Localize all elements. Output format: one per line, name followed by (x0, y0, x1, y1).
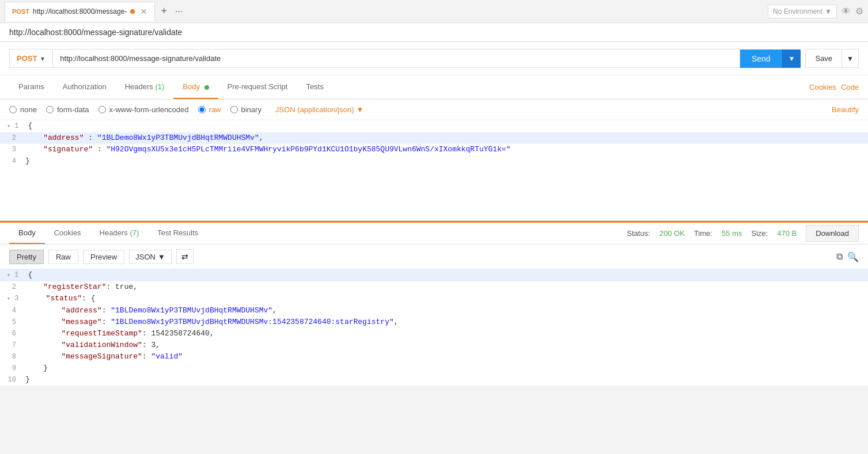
form-data-radio-group: form-data (46, 105, 89, 114)
status-label: Status: (627, 229, 650, 238)
tab-close-icon[interactable]: ✕ (141, 7, 147, 16)
environment-select[interactable]: No Environment ▼ (768, 5, 837, 18)
code-line: ▾ 3 "status": { (0, 293, 868, 305)
binary-radio[interactable] (230, 106, 238, 113)
tab-tests[interactable]: Tests (297, 75, 332, 99)
tab-pre-request[interactable]: Pre-request Script (218, 75, 297, 99)
search-button[interactable]: 🔍 (847, 251, 859, 262)
download-button[interactable]: Download (806, 225, 859, 242)
collapse-arrow-icon[interactable]: ▾ (7, 123, 10, 129)
more-tabs-button[interactable]: ··· (173, 4, 185, 19)
form-data-label[interactable]: form-data (57, 105, 89, 114)
resp-tab-headers[interactable]: Headers (7) (90, 223, 149, 244)
raw-radio-group: raw (198, 105, 221, 114)
wrap-button[interactable]: ⇄ (176, 249, 194, 264)
chevron-down-icon: ▼ (39, 55, 46, 62)
collapse-arrow-icon[interactable]: ▾ (7, 296, 10, 302)
form-data-radio[interactable] (46, 106, 54, 113)
chevron-down-icon: ▼ (825, 7, 832, 16)
tab-modified-dot (130, 9, 135, 14)
tab-right-links: Cookies Code (809, 83, 859, 91)
urlencoded-radio-group: x-www-form-urlencoded (98, 105, 189, 114)
active-tab[interactable]: POST http://localhost:8000/message- ✕ (5, 2, 155, 21)
send-dropdown-button[interactable]: ▼ (782, 49, 801, 68)
line-number: 4 (0, 305, 23, 316)
request-code-lines: ▾ 1{2 "address" : "1BLDemo8Wx1yP3TBMUvjd… (0, 120, 868, 167)
raw-radio[interactable] (198, 106, 206, 113)
add-tab-button[interactable]: + (158, 3, 169, 20)
resp-headers-count: (7) (130, 228, 139, 237)
line-number: 2 (0, 281, 23, 293)
top-bar: POST http://localhost:8000/message- ✕ + … (0, 0, 868, 23)
tab-authorization[interactable]: Authorization (54, 75, 116, 99)
tab-body[interactable]: Body (173, 75, 218, 99)
body-active-dot (204, 85, 209, 90)
size-label: Size: (751, 229, 768, 238)
time-value: 55 ms (722, 229, 742, 238)
line-content: "registerStar": true, (23, 281, 140, 293)
none-radio[interactable] (9, 106, 17, 113)
url-input[interactable] (52, 49, 740, 68)
headers-count: (1) (155, 82, 164, 91)
response-status: Status: 200 OK Time: 55 ms Size: 470 B D… (627, 225, 859, 242)
format-right-controls: ⧉ 🔍 (836, 251, 859, 262)
save-dropdown-button[interactable]: ▼ (842, 49, 859, 68)
code-line: 5 "message": "1BLDemo8Wx1yP3TBMUvjdBHqtR… (0, 316, 868, 328)
format-select[interactable]: JSON ▼ (129, 250, 172, 264)
line-number: ▾ 1 (0, 120, 25, 132)
code-line: 10} (0, 374, 868, 386)
urlencoded-label[interactable]: x-www-form-urlencoded (109, 105, 189, 114)
eye-icon[interactable]: 👁 (842, 6, 851, 17)
code-link[interactable]: Code (841, 83, 859, 91)
env-label: No Environment (773, 7, 822, 16)
pretty-button[interactable]: Pretty (9, 250, 44, 264)
copy-button[interactable]: ⧉ (836, 251, 843, 262)
send-button[interactable]: Send (740, 49, 782, 68)
line-number: 9 (0, 363, 23, 374)
line-content: "message": "1BLDemo8Wx1yP3TBMUvjdBHqtRMW… (23, 316, 401, 328)
resp-tab-cookies[interactable]: Cookies (45, 223, 90, 244)
preview-button[interactable]: Preview (83, 250, 124, 264)
code-line: 4} (0, 155, 868, 167)
resp-tab-body[interactable]: Body (9, 223, 45, 244)
line-content: "requestTimeStamp": 1542358724640, (23, 328, 217, 339)
json-type-select[interactable]: JSON (application/json) ▼ (275, 105, 363, 114)
method-select[interactable]: POST ▼ (9, 49, 52, 68)
body-options-bar: none form-data x-www-form-urlencoded raw… (0, 100, 868, 120)
line-content: "messageSignature": "valid" (23, 351, 185, 363)
response-code-lines: ▾ 1{2 "registerStar": true,▾ 3 "status":… (0, 269, 868, 386)
response-tab-bar: Body Cookies Headers (7) Test Results St… (0, 221, 868, 245)
time-label: Time: (694, 229, 712, 238)
line-number: ▾ 3 (0, 293, 25, 305)
beautify-button[interactable]: Beautify (832, 105, 859, 114)
tab-params[interactable]: Params (9, 75, 54, 99)
line-content: } (23, 374, 32, 386)
request-tab-bar: Params Authorization Headers (1) Body Pr… (0, 75, 868, 100)
resp-tab-test-results[interactable]: Test Results (148, 223, 207, 244)
collapse-arrow-icon[interactable]: ▾ (7, 272, 10, 278)
cookies-link[interactable]: Cookies (809, 83, 836, 91)
raw-label[interactable]: raw (209, 105, 221, 114)
urlencoded-radio[interactable] (98, 106, 106, 113)
binary-label[interactable]: binary (241, 105, 261, 114)
resp-headers-label: Headers (100, 228, 128, 237)
request-body-editor[interactable]: ▾ 1{2 "address" : "1BLDemo8Wx1yP3TBMUvjd… (0, 120, 868, 221)
tab-headers[interactable]: Headers (1) (116, 75, 174, 99)
response-format-bar: Pretty Raw Preview JSON ▼ ⇄ ⧉ 🔍 (0, 245, 868, 269)
url-title-area: http://localhost:8000/message-signature/… (0, 23, 868, 42)
none-radio-group: none (9, 105, 37, 114)
tab-method: POST (12, 8, 29, 15)
size-value: 470 B (777, 229, 797, 238)
response-code-area: ▾ 1{2 "registerStar": true,▾ 3 "status":… (0, 269, 868, 386)
top-right-controls: No Environment ▼ 👁 ⚙ (768, 5, 863, 18)
line-content: "address" : "1BLDemo8Wx1yP3TBMUvjdBHqtRM… (23, 132, 266, 144)
line-content: } (23, 363, 50, 374)
method-label: POST (17, 54, 37, 63)
code-line: 8 "messageSignature": "valid" (0, 351, 868, 363)
none-label[interactable]: none (20, 105, 37, 114)
gear-icon[interactable]: ⚙ (855, 6, 863, 17)
raw-button[interactable]: Raw (48, 250, 78, 264)
code-line: 2 "registerStar": true, (0, 281, 868, 293)
send-button-group: Send ▼ (740, 49, 801, 68)
save-button[interactable]: Save (805, 49, 842, 68)
